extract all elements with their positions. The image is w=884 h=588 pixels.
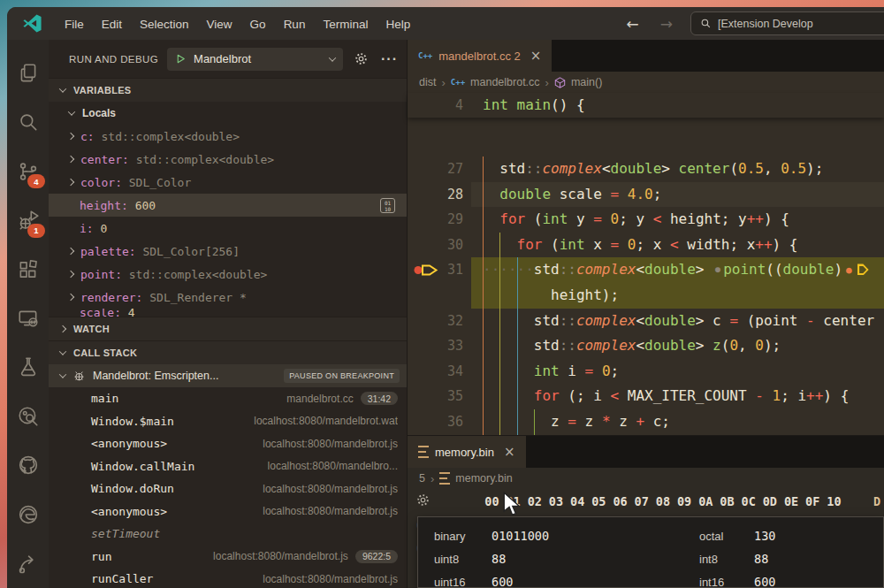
variable-row[interactable]: height: 6000110: [49, 194, 407, 217]
sticky-scroll-line[interactable]: 4 int main() {: [408, 93, 884, 118]
stack-frame-row[interactable]: Window.$mainlocalhost:8080/mandelbrot.wa…: [49, 410, 407, 433]
code-line[interactable]: height);: [408, 283, 884, 309]
chevron-down-icon: [68, 108, 75, 115]
variable-row[interactable]: color: SDL_Color: [49, 171, 407, 194]
activity-item-edge-browser[interactable]: [7, 490, 49, 538]
variable-row[interactable]: c: std::complex<double>: [49, 125, 407, 148]
code-line[interactable]: 28 double scale = 4.0;: [408, 182, 884, 208]
line-number[interactable]: 35: [408, 384, 483, 409]
stack-frame-row[interactable]: runlocalhost:8080/mandelbrot.js9622:5: [49, 546, 407, 569]
activity-item-github[interactable]: [7, 441, 49, 490]
code-line-content: int i = 0;: [483, 359, 619, 385]
menu-view[interactable]: View: [198, 14, 241, 34]
launch-config-label: Mandelbrot: [194, 52, 323, 65]
line-number[interactable]: [408, 283, 483, 309]
activity-item-extensions[interactable]: [7, 245, 49, 294]
variable-row[interactable]: scale: 4: [49, 309, 407, 317]
watch-section-header[interactable]: WATCH: [49, 317, 407, 340]
activity-item-source-control[interactable]: 4: [7, 147, 49, 195]
code-editor[interactable]: 27 std::complex<double> center(0.5, 0.5)…: [408, 157, 884, 435]
variable-row[interactable]: point: std::complex<double>: [49, 263, 407, 286]
view-binary-icon[interactable]: 0110: [380, 198, 395, 213]
close-tab-icon[interactable]: ×: [530, 48, 542, 64]
history-forward-button[interactable]: →: [650, 15, 683, 33]
frame-location: localhost:8080/mandelbrot.js: [263, 505, 398, 517]
activity-item-debug-visualizer[interactable]: [7, 392, 49, 440]
debug-session-row[interactable]: Mandelbrot: Emscripten... PAUSED ON BREA…: [49, 364, 407, 387]
chevron-right-icon: [67, 248, 74, 255]
variable-row[interactable]: palette: SDL_Color[256]: [49, 240, 407, 263]
debug-settings-gear-button[interactable]: [354, 51, 369, 66]
code-line[interactable]: 36 z = z * z + c;: [408, 409, 884, 435]
activity-item-live-share[interactable]: [7, 539, 49, 588]
breadcrumb-file[interactable]: memory.bin: [455, 472, 512, 485]
hex-column-header: 0C: [739, 494, 758, 508]
chevron-down-icon: [59, 85, 66, 92]
activity-item-run-debug[interactable]: 1: [7, 195, 49, 244]
chevron-right-icon: ›: [441, 76, 445, 89]
locals-scope-row[interactable]: Locals: [49, 102, 407, 125]
stack-frame-row[interactable]: runCallerlocalhost:8080/mandelbrot.js: [49, 568, 407, 588]
code-line[interactable]: 35 for (; i < MAX_ITER_COUNT - 1; i++) {: [408, 384, 884, 409]
more-actions-button[interactable]: ···: [381, 51, 398, 67]
activity-item-testing[interactable]: [7, 343, 49, 392]
stack-frame-row[interactable]: setTimeout: [49, 523, 407, 546]
code-line[interactable]: 33 std::complex<double> z(0, 0);: [408, 333, 884, 359]
code-line[interactable]: 31······std::complex<double> ●point((dou…: [408, 257, 884, 283]
breadcrumb-dist[interactable]: dist: [419, 76, 436, 88]
menu-edit[interactable]: Edit: [93, 14, 131, 34]
activity-item-search[interactable]: [7, 97, 49, 146]
stack-frame-row[interactable]: Window.doRunlocalhost:8080/mandelbrot.js: [49, 477, 407, 500]
command-center-search[interactable]: [Extension Develop: [690, 11, 884, 35]
code-line[interactable]: 30 for (int x = 0; x < width; x++) {: [408, 233, 884, 258]
stack-frame-row[interactable]: Window.callMainlocalhost:8080/mandelbro.…: [49, 455, 407, 478]
menu-run[interactable]: Run: [275, 14, 315, 34]
line-number[interactable]: 29: [408, 207, 483, 233]
variable-row[interactable]: i: 0: [49, 217, 407, 240]
call-stack-section-header[interactable]: CALL STACK: [49, 340, 407, 364]
chevron-right-icon: [67, 271, 74, 278]
code-line[interactable]: 27 std::complex<double> center(0.5, 0.5)…: [408, 157, 884, 182]
variable-value: 600: [135, 199, 156, 212]
line-number[interactable]: 34: [408, 359, 483, 385]
hex-column-header: 00: [483, 494, 501, 508]
breadcrumb-file[interactable]: mandelbrot.cc: [470, 76, 540, 88]
tab-memory-bin[interactable]: memory.bin ×: [408, 436, 526, 468]
line-number[interactable]: 27: [408, 157, 483, 182]
tab-mandelbrot-cc[interactable]: C++ mandelbrot.cc 2 ×: [408, 40, 552, 72]
line-number[interactable]: 32: [408, 309, 483, 334]
activity-item-files[interactable]: [7, 49, 49, 97]
history-back-button[interactable]: ←: [616, 15, 650, 33]
stack-frame-row[interactable]: <anonymous>localhost:8080/mandelbrot.js: [49, 432, 407, 455]
line-number[interactable]: 31: [408, 257, 483, 283]
variable-row[interactable]: center: std::complex<double>: [49, 148, 407, 171]
line-number[interactable]: 33: [408, 333, 483, 359]
line-number[interactable]: 36: [408, 409, 483, 435]
code-line[interactable]: 32 std::complex<double> c = (point - cen…: [408, 309, 884, 334]
variable-name: point:: [80, 268, 129, 281]
inline-breakpoint-icon[interactable]: [857, 263, 869, 275]
line-number[interactable]: 28: [408, 182, 483, 208]
hex-column-headers: 0000102030405060708090A0B0C0D0E0F10D: [408, 489, 884, 514]
breadcrumb-symbol[interactable]: main(): [571, 76, 602, 88]
variables-section-header[interactable]: VARIABLES: [49, 78, 407, 102]
menu-selection[interactable]: Selection: [131, 14, 198, 34]
menu-help[interactable]: Help: [377, 14, 419, 34]
variable-row[interactable]: renderer: SDL_Renderer *: [49, 286, 407, 309]
breadcrumb-folder[interactable]: 5: [419, 472, 425, 485]
line-number[interactable]: 30: [408, 233, 483, 258]
hex-settings-gear-icon[interactable]: [415, 493, 431, 508]
start-debug-icon[interactable]: [175, 53, 187, 65]
code-line[interactable]: 29 for (int y = 0; y < height; y++) {: [408, 207, 884, 233]
launch-config-dropdown[interactable]: Mandelbrot: [167, 48, 343, 71]
code-line-content: ······std::complex<double> ●point((doubl…: [483, 257, 869, 283]
stack-frame-row[interactable]: mainmandelbrot.cc31:42: [49, 387, 407, 410]
code-line[interactable]: 34 int i = 0;: [408, 359, 884, 385]
close-tab-icon[interactable]: ×: [504, 444, 515, 460]
stack-frame-row[interactable]: <anonymous>localhost:8080/mandelbrot.js: [49, 500, 407, 523]
menu-terminal[interactable]: Terminal: [314, 14, 377, 34]
activity-item-remote-window[interactable]: [7, 294, 49, 342]
menu-go[interactable]: Go: [241, 14, 275, 34]
code-line-content: std::complex<double> center(0.5, 0.5);: [483, 157, 823, 182]
menu-file[interactable]: File: [56, 14, 93, 34]
